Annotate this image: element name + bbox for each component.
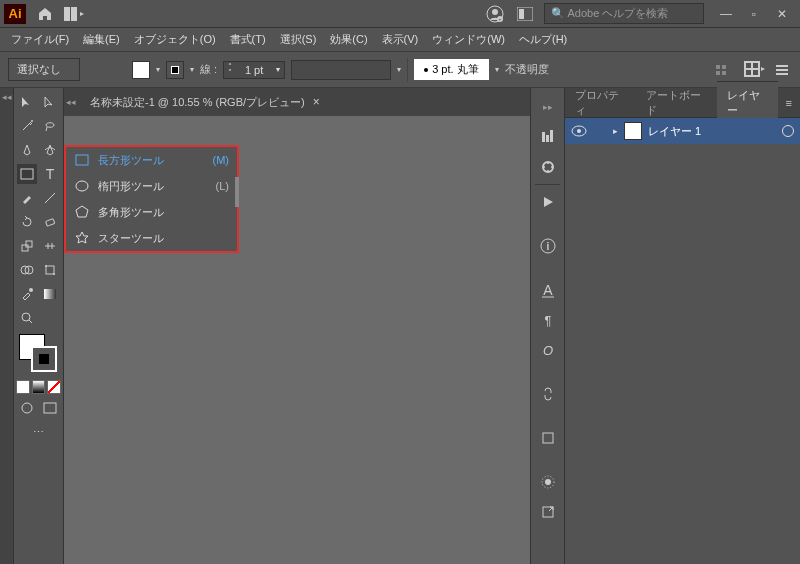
- paragraph-panel-icon[interactable]: ¶: [531, 305, 565, 335]
- menu-file[interactable]: ファイル(F): [6, 29, 74, 50]
- user-icon[interactable]: +: [484, 3, 506, 25]
- selection-tool[interactable]: [17, 92, 37, 112]
- ellipse-tool-item[interactable]: 楕円形ツール (L): [66, 173, 237, 199]
- shape-builder-tool[interactable]: [17, 260, 37, 280]
- polygon-tool-item[interactable]: 多角形ツール: [66, 199, 237, 225]
- brush-field[interactable]: 3 pt. 丸筆: [414, 59, 488, 80]
- collapse-strip-right[interactable]: ▸▸: [531, 92, 565, 122]
- close-button[interactable]: ✕: [768, 4, 796, 24]
- properties-panel-icon[interactable]: [531, 122, 565, 152]
- document-tab[interactable]: 名称未設定-1 @ 10.55 % (RGB/プレビュー) ×: [78, 88, 332, 116]
- svg-rect-18: [776, 69, 788, 71]
- stroke-color[interactable]: [31, 346, 57, 372]
- svg-rect-9: [722, 65, 726, 69]
- app-logo: Ai: [4, 4, 26, 24]
- rectangle-tool[interactable]: [17, 164, 37, 184]
- width-tool[interactable]: [40, 236, 60, 256]
- color-mode[interactable]: [16, 380, 30, 394]
- opentype-panel-icon[interactable]: O: [531, 335, 565, 365]
- fill-swatch[interactable]: [132, 61, 150, 79]
- menu-edit[interactable]: 編集(E): [78, 29, 125, 50]
- rectangle-tool-item[interactable]: 長方形ツール (M): [66, 147, 237, 173]
- svg-rect-25: [22, 245, 28, 251]
- direct-selection-tool[interactable]: [40, 92, 60, 112]
- actions-panel-icon[interactable]: [531, 187, 565, 217]
- artboards-panel-icon[interactable]: [531, 423, 565, 453]
- menu-help[interactable]: ヘルプ(H): [514, 29, 572, 50]
- essentials-icon[interactable]: [744, 61, 766, 79]
- line-tool[interactable]: [40, 188, 60, 208]
- workspace-icon[interactable]: [514, 3, 536, 25]
- stroke-swatch[interactable]: [166, 61, 184, 79]
- zoom-tool[interactable]: [17, 308, 37, 328]
- paintbrush-tool[interactable]: [17, 188, 37, 208]
- svg-line-23: [45, 193, 55, 203]
- svg-rect-26: [26, 241, 32, 247]
- info-panel-icon[interactable]: i: [531, 231, 565, 261]
- home-button[interactable]: [34, 3, 56, 25]
- svg-rect-56: [543, 433, 553, 443]
- svg-point-3: [492, 9, 498, 15]
- eyedropper-tool[interactable]: [17, 284, 37, 304]
- svg-rect-15: [746, 70, 751, 75]
- svg-point-36: [22, 403, 32, 413]
- menu-type[interactable]: 書式(T): [225, 29, 271, 50]
- panel-menu-icon[interactable]: [776, 64, 792, 76]
- gradient-tool[interactable]: [40, 284, 60, 304]
- edit-toolbar[interactable]: ⋯: [19, 422, 59, 442]
- profile-field[interactable]: [291, 60, 391, 80]
- menu-effect[interactable]: 効果(C): [325, 29, 372, 50]
- star-tool-item[interactable]: スターツール: [66, 225, 237, 251]
- svg-marker-40: [76, 206, 88, 217]
- menu-select[interactable]: 選択(S): [275, 29, 322, 50]
- blank-tool[interactable]: [40, 308, 60, 328]
- svg-rect-17: [776, 65, 788, 67]
- scale-tool[interactable]: [17, 236, 37, 256]
- links-panel-icon[interactable]: [531, 379, 565, 409]
- svg-point-39: [76, 181, 88, 191]
- panel-menu-button[interactable]: ≡: [778, 97, 800, 109]
- lasso-tool[interactable]: [40, 116, 60, 136]
- stroke-width-field[interactable]: ˄˅ 1 pt ▾: [223, 61, 285, 79]
- menu-window[interactable]: ウィンドウ(W): [427, 29, 510, 50]
- maximize-button[interactable]: ▫: [740, 4, 768, 24]
- expand-arrow[interactable]: ▸: [613, 126, 618, 136]
- tearoff-handle[interactable]: [235, 177, 239, 207]
- align-icon[interactable]: [716, 63, 734, 77]
- svg-text:T: T: [45, 167, 54, 181]
- brushes-panel-icon[interactable]: [531, 467, 565, 497]
- svg-rect-1: [71, 7, 77, 21]
- gradient-mode[interactable]: [32, 380, 46, 394]
- asset-export-panel-icon[interactable]: [531, 497, 565, 527]
- layer-row[interactable]: ▸ レイヤー 1: [565, 118, 800, 144]
- type-tool[interactable]: T: [40, 164, 60, 184]
- layer-target[interactable]: [782, 125, 794, 137]
- character-panel-icon[interactable]: A: [531, 275, 565, 305]
- eraser-tool[interactable]: [40, 212, 60, 232]
- curvature-tool[interactable]: [40, 140, 60, 160]
- free-transform-tool[interactable]: [40, 260, 60, 280]
- visibility-toggle[interactable]: [571, 125, 587, 137]
- magic-wand-tool[interactable]: [17, 116, 37, 136]
- opacity-label[interactable]: 不透明度: [505, 62, 549, 77]
- layer-name[interactable]: レイヤー 1: [648, 124, 776, 139]
- screen-mode[interactable]: [40, 398, 60, 418]
- arrange-docs-button[interactable]: [64, 3, 86, 25]
- fill-stroke-swatches[interactable]: [19, 334, 59, 374]
- panels-area: プロパティ アートボード レイヤー ≡ ▸ レイヤー 1: [564, 88, 800, 564]
- toolbox: T: [14, 88, 64, 564]
- search-input[interactable]: 🔍 Adobe ヘルプを検索: [544, 3, 704, 24]
- menu-view[interactable]: 表示(V): [377, 29, 424, 50]
- menu-object[interactable]: オブジェクト(O): [129, 29, 221, 50]
- selection-dropdown[interactable]: 選択なし: [8, 58, 80, 81]
- libraries-panel-icon[interactable]: [531, 152, 565, 182]
- draw-mode[interactable]: [17, 398, 37, 418]
- pen-tool[interactable]: [17, 140, 37, 160]
- rotate-tool[interactable]: [17, 212, 37, 232]
- minimize-button[interactable]: ―: [712, 4, 740, 24]
- collapse-strip-left[interactable]: ◂◂: [0, 88, 14, 564]
- svg-point-32: [29, 288, 33, 292]
- close-tab-button[interactable]: ×: [313, 95, 320, 109]
- none-mode[interactable]: [47, 380, 61, 394]
- document-tabs: ◂◂ 名称未設定-1 @ 10.55 % (RGB/プレビュー) ×: [64, 88, 530, 116]
